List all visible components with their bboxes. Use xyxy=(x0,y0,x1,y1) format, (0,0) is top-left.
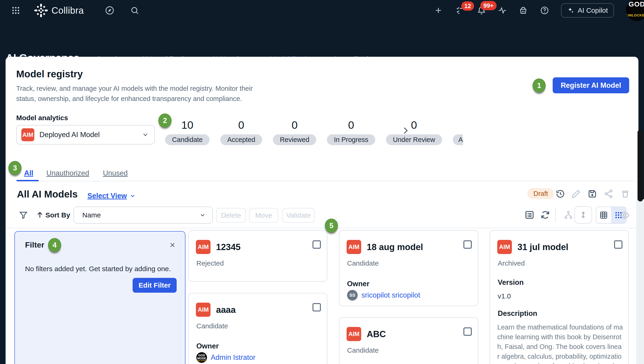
model-card-18-aug-model[interactable]: AIM 18 aug model Candidate Owner SS sric… xyxy=(339,230,478,306)
model-card-12345[interactable]: AIM 12345 Rejected xyxy=(188,230,327,282)
move-button[interactable]: Move xyxy=(249,208,278,223)
owner-label: Owner xyxy=(347,280,369,288)
model-title[interactable]: 18 aug model xyxy=(367,242,423,252)
model-checkbox[interactable] xyxy=(614,240,622,249)
select-view-dropdown[interactable]: Select View xyxy=(87,192,136,200)
model-checkbox[interactable] xyxy=(313,303,321,312)
model-checkbox[interactable] xyxy=(463,240,472,249)
sort-by-label: Sort By xyxy=(46,211,70,219)
notifications-count-badge: 99+ xyxy=(480,1,497,10)
model-card-31-jul-model[interactable]: AIM 31 jul model Archived Version v1.0 D… xyxy=(490,230,629,364)
page: Collibra 12 99+ AI Co xyxy=(0,0,644,364)
stat-pill-candidate[interactable]: Candidate xyxy=(165,134,209,145)
model-status: Rejected xyxy=(196,259,224,267)
annotation-badge-3: 3 xyxy=(8,161,22,175)
toolbar-divider xyxy=(555,208,556,222)
filter-panel-title: Filter xyxy=(25,240,44,250)
delete-icon[interactable] xyxy=(620,189,630,199)
active-tab-indicator xyxy=(17,180,39,181)
description-text: Learn the mathematical foundations of ma… xyxy=(497,322,623,364)
edit-filter-button[interactable]: Edit Filter xyxy=(133,278,177,293)
model-title[interactable]: ABC xyxy=(367,329,386,339)
tab-unauthorized[interactable]: Unauthorized xyxy=(46,169,89,177)
save-icon[interactable] xyxy=(587,189,597,199)
annotation-badge-5: 5 xyxy=(325,218,338,233)
toolbar-bottom-divider xyxy=(6,228,638,228)
owner-avatar: GOD MODE UNLOCKED xyxy=(196,352,207,363)
sort-field-select[interactable]: Name xyxy=(74,206,213,224)
aim-asset-badge: AIM xyxy=(196,303,210,317)
edit-icon[interactable] xyxy=(571,189,581,199)
annotation-badge-1: 1 xyxy=(532,78,546,92)
delete-button[interactable]: Delete xyxy=(216,208,246,223)
tab-all[interactable]: All xyxy=(24,169,33,177)
model-card-abc[interactable]: AIM ABC Candidate Owner xyxy=(339,317,478,364)
app-grid-icon[interactable] xyxy=(11,6,21,15)
table-view-button[interactable] xyxy=(596,207,611,223)
owner-link[interactable]: Admin Istrator xyxy=(211,353,256,362)
ai-copilot-label: AI Copilot xyxy=(578,6,608,14)
close-icon[interactable] xyxy=(169,241,176,249)
model-status: Candidate xyxy=(196,322,228,330)
tabs-divider xyxy=(16,181,634,181)
row-height-button[interactable] xyxy=(574,206,592,224)
owner-link[interactable]: sricopilot sricopilot xyxy=(361,291,420,300)
stat-accepted: 0 Accepted xyxy=(220,118,262,145)
model-card-aaaa[interactable]: AIM aaaa Candidate Owner GOD MODE UNLOCK… xyxy=(188,293,327,364)
owner-label: Owner xyxy=(196,342,219,350)
stat-in-progress: 0 In Progress xyxy=(327,118,375,145)
scrollbar-track[interactable] xyxy=(636,199,644,364)
details-list-icon[interactable] xyxy=(524,210,535,220)
stat-pill-under-review[interactable]: Under Review xyxy=(386,134,442,145)
register-ai-model-button[interactable]: Register AI Model xyxy=(553,77,629,93)
sparkles-icon xyxy=(567,7,574,14)
governance-nav: AI Governance Overview AI Legal Reviews … xyxy=(0,21,644,57)
sort-direction-icon[interactable] xyxy=(36,211,44,219)
top-navbar: Collibra 12 99+ AI Co xyxy=(0,0,644,21)
hierarchy-icon[interactable] xyxy=(564,210,573,220)
basket-icon[interactable] xyxy=(519,6,528,15)
share-icon[interactable] xyxy=(604,189,613,199)
preview-eye-icon[interactable] xyxy=(619,210,630,220)
refresh-icon[interactable] xyxy=(540,210,550,220)
chevron-down-icon xyxy=(130,193,136,199)
user-avatar[interactable]: GOD UNLOCKED xyxy=(626,0,644,21)
description-label: Description xyxy=(498,309,537,318)
history-icon[interactable] xyxy=(555,189,565,199)
compass-icon[interactable] xyxy=(105,6,115,15)
add-icon[interactable] xyxy=(434,6,443,15)
chevron-down-icon xyxy=(142,131,149,138)
model-checkbox[interactable] xyxy=(463,328,472,336)
ai-copilot-button[interactable]: AI Copilot xyxy=(561,3,614,18)
model-checkbox[interactable] xyxy=(313,240,321,249)
help-icon[interactable] xyxy=(540,6,549,15)
version-label: Version xyxy=(498,278,524,287)
stat-pill-reviewed[interactable]: Reviewed xyxy=(273,134,316,145)
stat-pill-in-progress[interactable]: In Progress xyxy=(327,134,375,145)
model-type-select[interactable]: AIM Deployed AI Model xyxy=(16,125,155,144)
filter-empty-message: No filters added yet. Get started by add… xyxy=(25,265,171,273)
tab-unused[interactable]: Unused xyxy=(103,169,128,177)
collibra-logo-icon[interactable] xyxy=(34,3,48,18)
annotation-badge-4: 4 xyxy=(48,238,61,252)
model-status: Candidate xyxy=(347,259,379,267)
scrollbar-thumb[interactable] xyxy=(637,130,643,202)
stat-pill-accepted[interactable]: Accepted xyxy=(220,134,262,145)
chevron-down-icon xyxy=(199,212,206,218)
stat-reviewed: 0 Reviewed xyxy=(273,118,316,145)
stats-scroll-right-icon[interactable] xyxy=(400,126,410,136)
aim-asset-badge: AIM xyxy=(21,128,34,141)
model-analytics-label: Model analytics xyxy=(16,114,68,122)
brand-name: Collibra xyxy=(52,0,84,21)
activity-icon[interactable] xyxy=(498,6,507,15)
owner-avatar: SS xyxy=(347,290,358,300)
model-title[interactable]: 31 jul model xyxy=(517,242,568,252)
annotation-badge-2: 2 xyxy=(158,114,171,128)
aim-asset-badge: AIM xyxy=(497,240,512,254)
model-title[interactable]: aaaa xyxy=(216,305,236,315)
page-title: Model registry xyxy=(16,68,83,80)
validate-button[interactable]: Validate xyxy=(282,208,315,223)
model-title[interactable]: 12345 xyxy=(216,242,241,252)
search-icon[interactable] xyxy=(130,6,139,15)
filter-icon[interactable] xyxy=(19,211,28,220)
